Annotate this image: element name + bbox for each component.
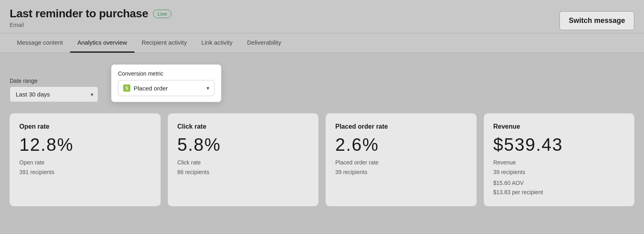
live-badge: Live xyxy=(153,10,171,18)
revenue-recipients: 39 recipients xyxy=(493,169,625,175)
header-title-row: Last reminder to purchase Live xyxy=(10,7,171,20)
conversion-select-text: Placed order xyxy=(134,85,168,92)
click-rate-sublabel: Click rate xyxy=(178,159,309,166)
tab-recipient-activity[interactable]: Recipient activity xyxy=(134,33,194,53)
placed-order-rate-recipients: 39 recipients xyxy=(335,169,467,175)
revenue-sublabel: Revenue xyxy=(493,159,625,166)
switch-message-button[interactable]: Switch message xyxy=(559,11,634,30)
open-rate-sublabel: Open rate xyxy=(19,159,151,166)
shopify-icon: S xyxy=(123,84,130,92)
tab-message-content[interactable]: Message content xyxy=(10,33,70,53)
click-rate-recipients: 86 recipients xyxy=(178,169,309,175)
placed-order-rate-value: 2.6% xyxy=(335,135,467,154)
revenue-value: $539.43 xyxy=(493,135,625,154)
conversion-metric-label: Conversion metric xyxy=(118,70,215,77)
click-rate-value: 5.8% xyxy=(178,135,309,154)
filters-row: Date range Last 7 days Last 30 days Last… xyxy=(10,64,634,102)
open-rate-card: Open rate 12.8% Open rate 391 recipients xyxy=(10,113,161,206)
placed-order-rate-card: Placed order rate 2.6% Placed order rate… xyxy=(326,113,477,206)
tab-link-activity[interactable]: Link activity xyxy=(194,33,240,53)
main-content: Date range Last 7 days Last 30 days Last… xyxy=(0,53,644,234)
conversion-metric-select[interactable]: S Placed order ▾ xyxy=(118,80,215,96)
date-range-select[interactable]: Last 7 days Last 30 days Last 90 days Al… xyxy=(10,86,98,102)
conversion-metric-dropdown: Conversion metric S Placed order ▾ xyxy=(111,64,221,102)
header: Last reminder to purchase Live Email Swi… xyxy=(0,0,644,33)
date-range-label: Date range xyxy=(10,78,98,84)
revenue-title: Revenue xyxy=(493,123,625,130)
open-rate-recipients: 391 recipients xyxy=(19,169,151,175)
shopify-letter: S xyxy=(126,86,128,90)
page-wrapper: Last reminder to purchase Live Email Swi… xyxy=(0,0,644,234)
click-rate-card: Click rate 5.8% Click rate 86 recipients xyxy=(168,113,319,206)
revenue-extra: $15.60 AOV$13.83 per recipient xyxy=(493,179,625,197)
placed-order-rate-sublabel: Placed order rate xyxy=(335,159,467,166)
tab-deliverability[interactable]: Deliverability xyxy=(240,33,289,53)
date-range-filter: Date range Last 7 days Last 30 days Last… xyxy=(10,78,98,102)
header-left: Last reminder to purchase Live Email xyxy=(10,7,171,33)
click-rate-title: Click rate xyxy=(178,123,309,130)
date-range-select-wrapper: Last 7 days Last 30 days Last 90 days Al… xyxy=(10,86,98,102)
conversion-select-inner: S Placed order xyxy=(123,84,168,92)
page-title: Last reminder to purchase xyxy=(10,7,148,20)
conversion-chevron-icon: ▾ xyxy=(206,85,209,91)
tabs-bar: Message content Analytics overview Recip… xyxy=(0,33,644,53)
revenue-card: Revenue $539.43 Revenue 39 recipients $1… xyxy=(484,113,635,206)
metrics-grid: Open rate 12.8% Open rate 391 recipients… xyxy=(10,113,634,206)
placed-order-rate-title: Placed order rate xyxy=(335,123,467,130)
open-rate-value: 12.8% xyxy=(19,135,151,154)
open-rate-title: Open rate xyxy=(19,123,151,130)
header-subtitle: Email xyxy=(10,22,171,28)
tab-analytics-overview[interactable]: Analytics overview xyxy=(70,33,134,53)
